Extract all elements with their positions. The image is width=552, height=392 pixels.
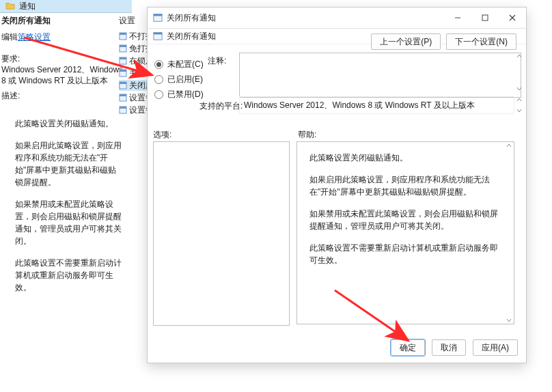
tree-item-label: 不打扰	[129, 31, 148, 42]
desc-p4: 此策略设置不需要重新启动计算机或重新启动服务即可生效。	[15, 257, 124, 294]
setting-item-icon	[119, 94, 127, 102]
app-icon	[153, 31, 163, 41]
next-setting-button[interactable]: 下一个设置(N)	[446, 33, 516, 50]
prev-setting-button[interactable]: 上一个设置(P)	[371, 33, 441, 50]
options-label: 选项:	[153, 129, 171, 141]
radio-not-configured[interactable]: 未配置(C)	[154, 57, 204, 72]
comment-scrollbar[interactable]	[516, 53, 523, 92]
setting-item-icon	[119, 57, 127, 65]
dialog-title: 关闭所有通知	[167, 12, 216, 24]
radio-disabled[interactable]: 已禁用(D)	[154, 87, 204, 102]
desc-p3: 如果禁用或未配置此策略设置，则会启用磁贴和锁屏提醒通知，管理员或用户可将其关闭。	[15, 198, 124, 247]
svg-rect-13	[120, 107, 126, 109]
help-scrollbar[interactable]	[506, 142, 512, 324]
scroll-up-icon[interactable]	[516, 53, 523, 59]
radio-icon	[154, 75, 163, 84]
explorer-header: 通知	[0, 0, 132, 13]
radio-enabled[interactable]: 已启用(E)	[154, 72, 204, 87]
comment-label: 注释:	[208, 55, 226, 67]
tree-item-label: 关闭免	[129, 68, 148, 79]
platform-label: 支持的平台:	[199, 100, 243, 112]
tree-item[interactable]: 免打扰	[119, 43, 148, 54]
svg-rect-1	[120, 33, 126, 35]
apply-button[interactable]: 应用(A)	[473, 339, 518, 356]
svg-rect-11	[120, 94, 126, 96]
setting-item-icon	[119, 32, 127, 40]
policy-name-heading: 关闭所有通知	[1, 15, 51, 27]
svg-rect-17	[482, 15, 488, 20]
scroll-up-icon[interactable]	[506, 142, 512, 149]
help-p1: 此策略设置关闭磁贴通知。	[309, 152, 503, 164]
minimize-button[interactable]	[444, 8, 471, 28]
setting-item-icon	[119, 106, 127, 114]
comment-textarea[interactable]	[239, 53, 521, 98]
scroll-down-icon[interactable]	[516, 107, 523, 114]
dialog-subheader-text: 关闭所有通知	[167, 31, 216, 42]
svg-rect-5	[120, 57, 126, 59]
svg-rect-9	[120, 82, 126, 84]
help-panel: 此策略设置关闭磁贴通知。 如果启用此策略设置，则应用程序和系统功能无法在"开始"…	[296, 141, 514, 324]
platform-value: Windows Server 2012、Windows 8 或 Windows …	[239, 96, 514, 114]
radio-label: 已禁用(D)	[167, 89, 204, 100]
policy-dialog: 关闭所有通知 关闭所有通知 上一个设置(P) 下一个设置(N) 未配置(C) 已…	[147, 7, 527, 363]
svg-rect-7	[120, 70, 126, 72]
scroll-down-icon[interactable]	[516, 85, 523, 92]
setting-item-icon	[119, 69, 127, 77]
help-p2: 如果启用此策略设置，则应用程序和系统功能无法在"开始"屏幕中更新其磁贴和磁贴锁屏…	[309, 173, 503, 198]
scroll-down-icon[interactable]	[506, 317, 512, 324]
radio-label: 未配置(C)	[167, 59, 204, 70]
svg-rect-21	[154, 33, 162, 35]
platform-scrollbar[interactable]	[516, 96, 523, 114]
ok-button[interactable]: 确定	[391, 339, 425, 356]
radio-label: 已启用(E)	[167, 74, 203, 85]
scroll-up-icon[interactable]	[516, 96, 523, 103]
tree-item[interactable]: 在锁屏	[119, 55, 148, 66]
description-label: 描述:	[1, 90, 20, 102]
description-text: 此策略设置关闭磁贴通知。 如果启用此策略设置，则应用程序和系统功能无法在"开始"…	[15, 117, 124, 303]
nav-buttons: 上一个设置(P) 下一个设置(N)	[371, 33, 516, 50]
tree-item-label: 在锁屏	[129, 55, 148, 66]
folder-icon	[5, 1, 15, 10]
setting-item-icon	[119, 44, 127, 53]
cancel-button[interactable]: 取消	[432, 339, 466, 356]
desc-p1: 此策略设置关闭磁贴通知。	[15, 117, 124, 130]
setting-item-icon	[119, 81, 127, 89]
tree-item-label: 免打扰	[129, 43, 148, 54]
dialog-action-buttons: 确定 取消 应用(A)	[391, 339, 518, 356]
app-icon	[153, 13, 163, 23]
tree-item[interactable]: 设置每	[119, 92, 148, 103]
requirements-text: 要求: Windows Server 2012、Windows 8 或 Wind…	[1, 53, 124, 86]
dialog-titlebar[interactable]: 关闭所有通知	[148, 8, 526, 29]
radio-icon	[154, 60, 163, 69]
help-p4: 此策略设置不需要重新启动计算机或重新启动服务即可生效。	[309, 242, 503, 266]
tree-item-label: 设置每	[129, 104, 148, 115]
explorer-folder-label: 通知	[19, 1, 36, 11]
page-root: 通知 关闭所有通知 编辑策略设置 要求: Windows Server 2012…	[0, 0, 552, 392]
options-panel	[153, 141, 290, 326]
edit-prefix: 编辑	[1, 32, 18, 42]
edit-policy-link[interactable]: 策略设置	[18, 32, 51, 42]
svg-rect-15	[154, 14, 162, 16]
maximize-button[interactable]	[471, 8, 499, 28]
desc-p2: 如果启用此策略设置，则应用程序和系统功能无法在"开始"屏幕中更新其磁贴和磁贴锁屏…	[15, 139, 124, 188]
radio-icon	[154, 90, 163, 99]
tree-item[interactable]: 不打扰	[119, 31, 148, 42]
help-label: 帮助:	[298, 129, 316, 141]
state-radio-group: 未配置(C) 已启用(E) 已禁用(D)	[154, 57, 204, 102]
help-p3: 如果禁用或未配置此策略设置，则会启用磁贴和锁屏提醒通知，管理员或用户可将其关闭。	[309, 208, 503, 232]
tree-item-label: 设置每	[129, 92, 148, 103]
tree-item[interactable]: 关闭免	[119, 68, 148, 79]
tree-item[interactable]: 设置每	[119, 104, 148, 115]
close-button[interactable]	[499, 8, 526, 28]
tree-item-label: 关闭所	[129, 80, 148, 91]
edit-policy-line: 编辑策略设置	[1, 31, 51, 43]
svg-rect-3	[120, 45, 126, 47]
tree-item[interactable]: 关闭所	[119, 80, 148, 91]
